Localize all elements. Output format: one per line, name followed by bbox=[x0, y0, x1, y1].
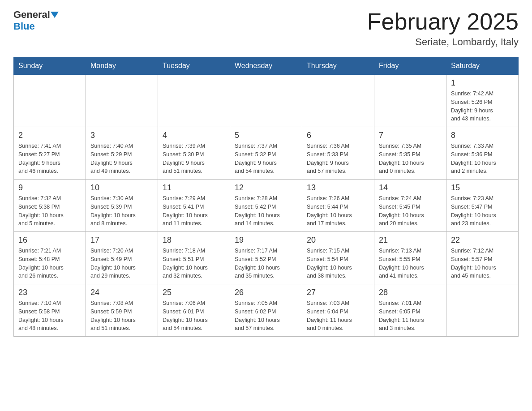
day-info: Sunrise: 7:41 AMSunset: 5:27 PMDaylight:… bbox=[18, 142, 81, 176]
day-cell: 11Sunrise: 7:29 AMSunset: 5:41 PMDayligh… bbox=[158, 180, 230, 232]
day-number: 20 bbox=[307, 235, 369, 245]
day-number: 24 bbox=[90, 288, 153, 297]
day-number: 7 bbox=[379, 131, 442, 140]
location-subtitle: Seriate, Lombardy, Italy bbox=[367, 36, 519, 48]
day-number: 11 bbox=[163, 183, 225, 193]
header-sunday: Sunday bbox=[14, 57, 86, 75]
day-cell: 19Sunrise: 7:17 AMSunset: 5:52 PMDayligh… bbox=[230, 232, 302, 284]
header-tuesday: Tuesday bbox=[158, 57, 230, 75]
day-cell: 1Sunrise: 7:42 AMSunset: 5:26 PMDaylight… bbox=[446, 75, 519, 127]
day-number: 27 bbox=[307, 288, 369, 297]
day-info: Sunrise: 7:42 AMSunset: 5:26 PMDaylight:… bbox=[451, 90, 514, 123]
day-number: 8 bbox=[451, 131, 514, 140]
day-number: 4 bbox=[163, 131, 225, 140]
day-number: 21 bbox=[379, 235, 442, 245]
day-cell bbox=[446, 284, 519, 337]
day-cell: 22Sunrise: 7:12 AMSunset: 5:57 PMDayligh… bbox=[446, 232, 519, 284]
day-cell: 24Sunrise: 7:08 AMSunset: 5:59 PMDayligh… bbox=[86, 284, 158, 337]
day-info: Sunrise: 7:35 AMSunset: 5:35 PMDaylight:… bbox=[379, 142, 442, 176]
day-info: Sunrise: 7:18 AMSunset: 5:51 PMDaylight:… bbox=[163, 247, 225, 280]
logo-general-text: General bbox=[13, 9, 50, 21]
day-cell bbox=[86, 75, 158, 127]
day-cell: 21Sunrise: 7:13 AMSunset: 5:55 PMDayligh… bbox=[374, 232, 446, 284]
header-wednesday: Wednesday bbox=[230, 57, 302, 75]
day-cell: 23Sunrise: 7:10 AMSunset: 5:58 PMDayligh… bbox=[14, 284, 86, 337]
week-row-0: 1Sunrise: 7:42 AMSunset: 5:26 PMDaylight… bbox=[14, 75, 519, 127]
day-number: 12 bbox=[235, 183, 297, 193]
day-cell: 8Sunrise: 7:33 AMSunset: 5:36 PMDaylight… bbox=[446, 127, 519, 180]
calendar-table: Sunday Monday Tuesday Wednesday Thursday… bbox=[13, 57, 519, 337]
day-number: 1 bbox=[451, 78, 514, 88]
week-row-4: 23Sunrise: 7:10 AMSunset: 5:58 PMDayligh… bbox=[14, 284, 519, 337]
day-cell bbox=[374, 75, 446, 127]
day-info: Sunrise: 7:10 AMSunset: 5:58 PMDaylight:… bbox=[18, 299, 81, 333]
day-info: Sunrise: 7:40 AMSunset: 5:29 PMDaylight:… bbox=[90, 142, 153, 176]
day-number: 15 bbox=[451, 183, 514, 193]
day-number: 9 bbox=[18, 183, 81, 193]
day-info: Sunrise: 7:01 AMSunset: 6:05 PMDaylight:… bbox=[379, 299, 442, 333]
day-number: 17 bbox=[90, 235, 153, 245]
logo: General Blue bbox=[13, 9, 59, 32]
week-row-2: 9Sunrise: 7:32 AMSunset: 5:38 PMDaylight… bbox=[14, 180, 519, 232]
logo-triangle-icon bbox=[51, 12, 59, 18]
day-cell: 20Sunrise: 7:15 AMSunset: 5:54 PMDayligh… bbox=[302, 232, 374, 284]
month-title: February 2025 bbox=[367, 9, 519, 34]
day-info: Sunrise: 7:21 AMSunset: 5:48 PMDaylight:… bbox=[18, 247, 81, 280]
day-number: 2 bbox=[18, 131, 81, 140]
weekday-row: Sunday Monday Tuesday Wednesday Thursday… bbox=[14, 57, 519, 75]
logo-row1: General bbox=[13, 9, 59, 21]
day-cell: 5Sunrise: 7:37 AMSunset: 5:32 PMDaylight… bbox=[230, 127, 302, 180]
day-cell: 3Sunrise: 7:40 AMSunset: 5:29 PMDaylight… bbox=[86, 127, 158, 180]
day-cell: 18Sunrise: 7:18 AMSunset: 5:51 PMDayligh… bbox=[158, 232, 230, 284]
logo-row2: Blue bbox=[13, 21, 59, 32]
day-number: 14 bbox=[379, 183, 442, 193]
day-cell: 7Sunrise: 7:35 AMSunset: 5:35 PMDaylight… bbox=[374, 127, 446, 180]
day-info: Sunrise: 7:17 AMSunset: 5:52 PMDaylight:… bbox=[235, 247, 297, 280]
day-info: Sunrise: 7:08 AMSunset: 5:59 PMDaylight:… bbox=[90, 299, 153, 333]
day-cell: 13Sunrise: 7:26 AMSunset: 5:44 PMDayligh… bbox=[302, 180, 374, 232]
day-cell: 15Sunrise: 7:23 AMSunset: 5:47 PMDayligh… bbox=[446, 180, 519, 232]
page-header: General Blue February 2025 Seriate, Lomb… bbox=[13, 9, 519, 48]
day-info: Sunrise: 7:06 AMSunset: 6:01 PMDaylight:… bbox=[163, 299, 225, 333]
header-thursday: Thursday bbox=[302, 57, 374, 75]
day-info: Sunrise: 7:20 AMSunset: 5:49 PMDaylight:… bbox=[90, 247, 153, 280]
day-info: Sunrise: 7:33 AMSunset: 5:36 PMDaylight:… bbox=[451, 142, 514, 176]
day-info: Sunrise: 7:12 AMSunset: 5:57 PMDaylight:… bbox=[451, 247, 514, 280]
day-info: Sunrise: 7:30 AMSunset: 5:39 PMDaylight:… bbox=[90, 194, 153, 228]
day-cell: 2Sunrise: 7:41 AMSunset: 5:27 PMDaylight… bbox=[14, 127, 86, 180]
day-number: 6 bbox=[307, 131, 369, 140]
day-number: 3 bbox=[90, 131, 153, 140]
day-cell: 27Sunrise: 7:03 AMSunset: 6:04 PMDayligh… bbox=[302, 284, 374, 337]
day-info: Sunrise: 7:29 AMSunset: 5:41 PMDaylight:… bbox=[163, 194, 225, 228]
day-number: 28 bbox=[379, 288, 442, 297]
day-cell: 14Sunrise: 7:24 AMSunset: 5:45 PMDayligh… bbox=[374, 180, 446, 232]
day-cell bbox=[230, 75, 302, 127]
day-number: 26 bbox=[235, 288, 297, 297]
day-cell bbox=[14, 75, 86, 127]
day-cell: 10Sunrise: 7:30 AMSunset: 5:39 PMDayligh… bbox=[86, 180, 158, 232]
header-monday: Monday bbox=[86, 57, 158, 75]
day-cell bbox=[158, 75, 230, 127]
header-friday: Friday bbox=[374, 57, 446, 75]
day-info: Sunrise: 7:03 AMSunset: 6:04 PMDaylight:… bbox=[307, 299, 369, 333]
day-info: Sunrise: 7:37 AMSunset: 5:32 PMDaylight:… bbox=[235, 142, 297, 176]
day-cell bbox=[302, 75, 374, 127]
logo-combined: General Blue bbox=[13, 9, 59, 32]
calendar-body: 1Sunrise: 7:42 AMSunset: 5:26 PMDaylight… bbox=[14, 75, 519, 337]
week-row-3: 16Sunrise: 7:21 AMSunset: 5:48 PMDayligh… bbox=[14, 232, 519, 284]
day-number: 25 bbox=[163, 288, 225, 297]
day-cell: 26Sunrise: 7:05 AMSunset: 6:02 PMDayligh… bbox=[230, 284, 302, 337]
day-cell: 17Sunrise: 7:20 AMSunset: 5:49 PMDayligh… bbox=[86, 232, 158, 284]
day-number: 19 bbox=[235, 235, 297, 245]
day-number: 10 bbox=[90, 183, 153, 193]
day-number: 5 bbox=[235, 131, 297, 140]
day-info: Sunrise: 7:05 AMSunset: 6:02 PMDaylight:… bbox=[235, 299, 297, 333]
day-number: 23 bbox=[18, 288, 81, 297]
day-number: 22 bbox=[451, 235, 514, 245]
day-info: Sunrise: 7:15 AMSunset: 5:54 PMDaylight:… bbox=[307, 247, 369, 280]
day-cell: 16Sunrise: 7:21 AMSunset: 5:48 PMDayligh… bbox=[14, 232, 86, 284]
day-number: 16 bbox=[18, 235, 81, 245]
calendar-header: Sunday Monday Tuesday Wednesday Thursday… bbox=[14, 57, 519, 75]
day-number: 13 bbox=[307, 183, 369, 193]
day-info: Sunrise: 7:32 AMSunset: 5:38 PMDaylight:… bbox=[18, 194, 81, 228]
